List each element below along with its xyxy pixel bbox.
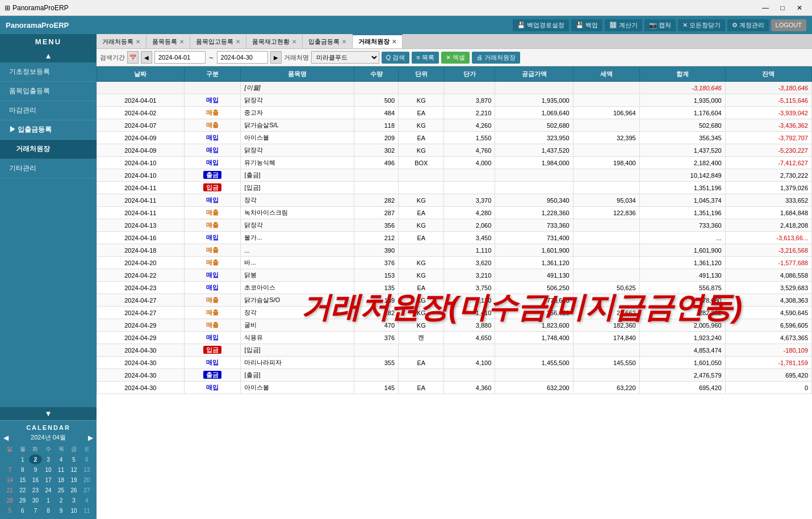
sidebar-item-other-mgmt[interactable]: 기타관리 [0,159,97,178]
close-all-button[interactable]: ✕ 모든창닫기 [678,19,725,31]
calendar-day[interactable]: 19 [68,475,81,485]
calendar-day[interactable]: 18 [55,475,68,485]
tab-inout-register[interactable]: 입출금등록 ✕ [303,34,353,48]
account-button[interactable]: ⚙ 계정관리 [727,19,769,31]
tab-item-register[interactable]: 품목등록 ✕ [147,34,190,48]
table-row[interactable]: 2024-04-23매입초코아이스135EA3,750506,25050,625… [97,282,812,294]
calendar-day[interactable]: 11 [80,505,93,516]
table-row[interactable]: 2024-04-11매입장각282KG3,370950,34095,0341,0… [97,194,812,207]
table-row[interactable]: 2024-04-27매출장각182KG1,410256,62025,662282… [97,307,812,319]
calendar-day[interactable]: 2 [29,454,42,464]
calendar-day[interactable]: 6 [16,505,30,516]
calendar-day[interactable]: 16 [29,475,42,485]
maximize-button[interactable]: □ [775,2,790,14]
calendar-day[interactable]: 24 [42,485,55,495]
list-button[interactable]: ≡ 목록 [412,52,438,64]
table-row[interactable]: 2024-04-11입금[입금]1,351,1961,379,026 [97,182,812,194]
calendar-day[interactable]: 10 [68,505,81,516]
date-to-input[interactable] [217,51,268,64]
calendar-day[interactable]: 7 [29,505,42,516]
sidebar-item-basic-info[interactable]: 기초정보등록 [0,62,97,82]
calendar-day[interactable]: 25 [55,485,68,495]
table-row[interactable]: 2024-04-11매출녹차아이스크림287EA4,2801,228,36012… [97,207,812,219]
table-row[interactable]: 2024-04-16매입볼가...212EA3,450731,400...-3,… [97,232,812,244]
calendar-day[interactable]: 20 [80,475,93,485]
calendar-day[interactable]: 8 [16,464,30,475]
table-row[interactable]: 2024-04-30출금[출금]2,476,579695,420 [97,369,812,382]
print-button[interactable]: 🖨 거래처원장 [472,52,520,64]
calendar-day[interactable]: 28 [3,495,16,505]
tab-trade-ledger[interactable]: 거래처원장 ✕ [353,34,403,48]
table-row[interactable]: 2024-04-30매입마리나라피자355EA4,1001,455,500145… [97,357,812,369]
table-row[interactable]: 2024-04-30매입아이스볼145EA4,360632,20063,2206… [97,382,812,394]
calendar-day[interactable]: 3 [68,495,81,505]
calendar-day[interactable]: 9 [29,464,42,475]
calendar-day[interactable]: 1 [42,495,55,505]
calendar-day[interactable]: 22 [16,485,30,495]
calendar-day[interactable]: 2 [55,495,68,505]
table-row[interactable]: 2024-04-02매출중고자484EA2,2101,069,640106,96… [97,107,812,119]
calendar-day[interactable]: 10 [42,464,55,475]
tab-close-item-register[interactable]: ✕ [179,39,184,45]
table-row[interactable]: 2024-04-18매출...3901,1101,601,9001,601,90… [97,244,812,257]
calendar-day[interactable]: 8 [42,505,55,516]
logout-button[interactable]: LOGOUT [771,19,806,31]
table-row[interactable]: 2024-04-29매출굴비470KG3,8801,823,600182,360… [97,319,812,332]
calendar-day[interactable]: 3 [42,454,55,464]
calendar-day[interactable]: 29 [16,495,30,505]
calendar-day[interactable]: 1 [16,454,30,464]
tab-close-item-stock[interactable]: ✕ [292,39,296,45]
calendar-day[interactable]: 23 [29,485,42,495]
calendar-day[interactable]: 11 [55,464,68,475]
excel-button[interactable]: ✕ 엑셀 [441,52,470,64]
table-row[interactable]: 2024-04-09매입닭장각302KG4,7601,437,5201,437,… [97,144,812,157]
table-row[interactable]: 2024-04-20매출바...376KG3,6201,361,1201,361… [97,257,812,269]
date-to-next[interactable]: ▶ [270,51,282,64]
table-row[interactable]: 2024-04-27매출닭가슴살S/O189KG4,120778,680778,… [97,294,812,307]
calendar-day[interactable]: 5 [3,505,16,516]
backup-button[interactable]: 💾 백업 [571,19,602,31]
calendar-day[interactable]: 6 [80,454,93,464]
table-row[interactable]: 2024-04-13매출닭장각356KG2,060733,360733,3602… [97,219,812,232]
calendar-day[interactable]: 26 [68,485,81,495]
calendar-icon-button[interactable]: 📅 [127,51,139,64]
backup-path-button[interactable]: 💾 백업경로설정 [513,19,569,31]
tab-close-inout-register[interactable]: ✕ [342,39,346,45]
calendar-day[interactable]: 15 [16,475,30,485]
table-row[interactable]: 2024-04-10출금[출금]10,142,8492,730,222 [97,169,812,182]
sidebar-scroll-down[interactable]: ▼ [0,407,97,420]
calendar-day[interactable]: 4 [55,454,68,464]
table-row[interactable]: 2024-04-30입금[입금]4,853,474-180,109 [97,344,812,357]
calendar-day[interactable]: 13 [80,464,93,475]
sidebar-scroll-up[interactable]: ▲ [0,49,97,62]
trade-partner-select[interactable]: 미라클푸드 [311,51,379,64]
capture-button[interactable]: 📷 캡처 [644,19,676,31]
close-button[interactable]: ✕ [792,2,807,14]
search-button[interactable]: Q 검색 [382,52,410,64]
calendar-day[interactable]: 14 [3,475,16,485]
table-row[interactable]: 2024-04-07매출닭가슴살S/L118KG4,260502,680502,… [97,119,812,132]
sidebar-item-inout-register[interactable]: ▶ 입출금등록 [0,120,97,140]
tab-close-trade-register[interactable]: ✕ [136,39,140,45]
sidebar-item-trade-ledger[interactable]: 거래처원장 [0,140,97,159]
calendar-day[interactable]: 27 [80,485,93,495]
calendar-day[interactable]: 9 [55,505,68,516]
tab-trade-register[interactable]: 거래처등록 ✕ [97,34,147,48]
calendar-day[interactable]: 21 [3,485,16,495]
sidebar-item-close-mgmt[interactable]: 마감관리 [0,101,97,120]
table-row[interactable]: 2024-04-22매입닭봉153KG3,210491,130491,1304,… [97,269,812,282]
table-row[interactable]: 2024-04-01매입닭장각500KG3,8701,935,0001,935,… [97,94,812,107]
calendar-day[interactable]: 4 [80,495,93,505]
tab-item-stock[interactable]: 품목재고현황 ✕ [246,34,303,48]
date-from-input[interactable] [154,51,206,64]
data-table-container[interactable]: 날짜 구분 품목명 수량 단위 단가 공급가액 세액 합계 잔액 [이월]-3,… [97,66,812,519]
calendar-day[interactable] [3,454,16,464]
date-from-prev[interactable]: ◀ [141,51,152,64]
table-row[interactable]: [이월]-3,180,646-3,180,646 [97,82,812,94]
calendar-day[interactable]: 17 [42,475,55,485]
calendar-day[interactable]: 30 [29,495,42,505]
table-row[interactable]: 2024-04-09매입아이스볼209EA1,550323,95032,3953… [97,132,812,144]
calendar-next-button[interactable]: ▶ [88,434,93,442]
calendar-day[interactable]: 12 [68,464,81,475]
tab-close-item-input-register[interactable]: ✕ [236,39,240,45]
